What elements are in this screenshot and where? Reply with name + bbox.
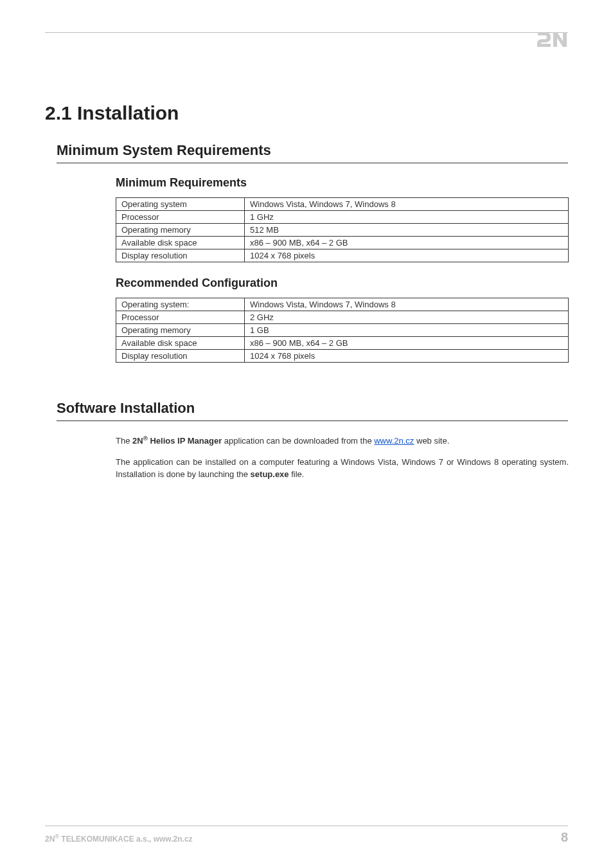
footer-company: 2N® TELEKOMUNIKACE a.s., www.2n.cz <box>45 833 193 844</box>
section-heading-software-install: Software Installation <box>57 400 568 421</box>
cell-value: 1024 x 768 pixels <box>245 249 569 262</box>
install-paragraph-1: The 2N® Helios IP Manager application ca… <box>116 434 569 448</box>
table-row: Available disk space x86 – 900 MB, x64 –… <box>116 337 569 350</box>
text: web site. <box>414 436 449 446</box>
link-2n-website[interactable]: www.2n.cz <box>374 436 414 446</box>
cell-value: 2 GHz <box>245 311 569 324</box>
cell-value: x86 – 900 MB, x64 – 2 GB <box>245 337 569 350</box>
cell-label: Operating system: <box>116 298 245 311</box>
cell-value: 1 GHz <box>245 211 569 224</box>
section-heading-min-req: Minimum System Requirements <box>57 142 568 163</box>
text-bold: setup.exe <box>251 469 289 479</box>
cell-label: Processor <box>116 311 245 324</box>
table-row: Operating system Windows Vista, Windows … <box>116 198 569 211</box>
install-paragraph-2: The application can be installed on a co… <box>116 457 569 481</box>
footer-rule <box>45 826 568 826</box>
registered-symbol: ® <box>143 435 148 442</box>
cell-value: 1024 x 768 pixels <box>245 350 569 363</box>
registered-symbol: ® <box>55 833 59 840</box>
text-bold: 2N <box>132 436 143 446</box>
text: application can be downloaded from the <box>222 436 374 446</box>
brand-logo <box>536 32 568 51</box>
cell-value: 512 MB <box>245 224 569 237</box>
cell-label: Available disk space <box>116 237 245 249</box>
table-row: Operating memory 1 GB <box>116 324 569 337</box>
text-bold: Helios IP Manager <box>148 436 222 446</box>
table-row: Processor 1 GHz <box>116 211 569 224</box>
text: 2N <box>45 835 55 844</box>
cell-label: Operating memory <box>116 224 245 237</box>
cell-value: 1 GB <box>245 324 569 337</box>
page-number: 8 <box>561 830 568 845</box>
table-row: Available disk space x86 – 900 MB, x64 –… <box>116 237 569 249</box>
table-row: Processor 2 GHz <box>116 311 569 324</box>
header-rule <box>45 32 568 33</box>
page-title: 2.1 Installation <box>45 102 568 124</box>
header-area <box>45 38 568 64</box>
table-row: Operating memory 512 MB <box>116 224 569 237</box>
cell-label: Display resolution <box>116 249 245 262</box>
cell-label: Operating system <box>116 198 245 211</box>
subsection-heading-min: Minimum Requirements <box>116 176 568 190</box>
table-minimum-requirements: Operating system Windows Vista, Windows … <box>116 197 569 262</box>
table-recommended-config: Operating system: Windows Vista, Windows… <box>116 298 569 363</box>
cell-label: Available disk space <box>116 337 245 350</box>
cell-label: Processor <box>116 211 245 224</box>
text: file. <box>289 469 305 479</box>
text: The <box>116 436 132 446</box>
table-row: Operating system: Windows Vista, Windows… <box>116 298 569 311</box>
table-row: Display resolution 1024 x 768 pixels <box>116 350 569 363</box>
text: The application can be installed on a co… <box>116 457 569 479</box>
cell-value: Windows Vista, Windows 7, Windows 8 <box>245 198 569 211</box>
page-footer: 2N® TELEKOMUNIKACE a.s., www.2n.cz 8 <box>45 826 568 845</box>
cell-value: Windows Vista, Windows 7, Windows 8 <box>245 298 569 311</box>
cell-value: x86 – 900 MB, x64 – 2 GB <box>245 237 569 249</box>
subsection-heading-rec: Recommended Configuration <box>116 276 568 290</box>
table-row: Display resolution 1024 x 768 pixels <box>116 249 569 262</box>
text: TELEKOMUNIKACE a.s., www.2n.cz <box>59 835 193 844</box>
cell-label: Display resolution <box>116 350 245 363</box>
cell-label: Operating memory <box>116 324 245 337</box>
